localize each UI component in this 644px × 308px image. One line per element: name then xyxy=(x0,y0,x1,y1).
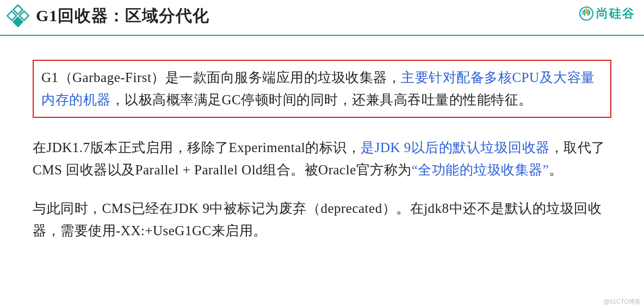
brand-text: 尚硅谷 xyxy=(596,5,635,22)
p3-text: 与此同时，CMS已经在JDK 9中被标记为废弃（deprecated）。在jdk… xyxy=(33,201,602,238)
svg-rect-0 xyxy=(14,5,23,14)
slide-header: G1回收器：区域分代化 尚硅谷 xyxy=(0,0,644,36)
p2-text: 在JDK1.7版本正式启用，移除了Experimental的标识， xyxy=(33,140,361,155)
diamond-icon xyxy=(7,4,29,27)
paragraph-3: 与此同时，CMS已经在JDK 9中被标记为废弃（deprecated）。在jdk… xyxy=(33,197,611,242)
p2-highlight-2: “全功能的垃圾收集器” xyxy=(412,162,549,177)
svg-rect-1 xyxy=(20,11,29,21)
svg-rect-2 xyxy=(7,11,16,21)
p2-highlight-1: 是JDK 9以后的默认垃圾回收器 xyxy=(361,140,550,155)
watermark: @51CTO博客 xyxy=(604,298,641,306)
p1-text-end: ，以极高概率满足GC停顿时间的同时，还兼具高吞吐量的性能特征。 xyxy=(111,92,532,107)
p2-text-end: 。 xyxy=(549,162,563,177)
p1-text: G1（Garbage-First）是一款面向服务端应用的垃圾收集器， xyxy=(41,70,401,85)
slide-content: G1（Garbage-First）是一款面向服务端应用的垃圾收集器，主要针对配备… xyxy=(0,36,644,242)
brand-icon xyxy=(579,6,594,21)
svg-rect-3 xyxy=(14,17,23,27)
paragraph-2: 在JDK1.7版本正式启用，移除了Experimental的标识，是JDK 9以… xyxy=(33,136,611,181)
slide-title: G1回收器：区域分代化 xyxy=(36,5,209,27)
brand-logo: 尚硅谷 xyxy=(579,5,635,22)
paragraph-1: G1（Garbage-First）是一款面向服务端应用的垃圾收集器，主要针对配备… xyxy=(33,60,611,118)
